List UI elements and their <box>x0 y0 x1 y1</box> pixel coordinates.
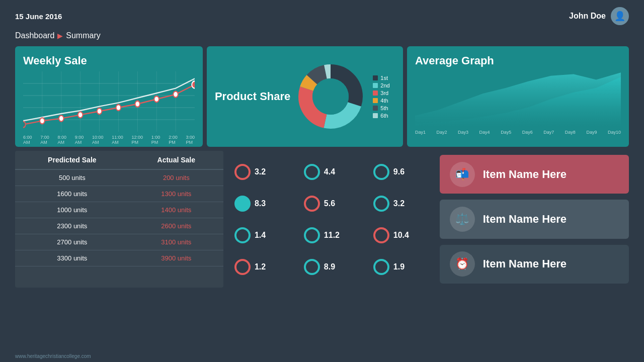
metric-circle <box>373 227 389 243</box>
metric-value: 8.3 <box>255 199 266 208</box>
metric-value: 1.9 <box>393 262 405 272</box>
action-button-1[interactable]: ⚖️ Item Name Here <box>440 200 629 238</box>
metric-value: 3.2 <box>255 167 266 176</box>
user-avatar: 👤 <box>611 7 629 25</box>
metric-item: 4.4 <box>297 156 366 188</box>
metric-item: 5.6 <box>297 188 366 219</box>
header: 15 June 2016 John Doe 👤 <box>0 0 644 29</box>
username: John Doe <box>569 12 606 21</box>
weekly-sale-card: Weekly Sale <box>15 46 203 147</box>
table-row: 1000 units1400 units <box>15 202 223 218</box>
metric-circle <box>304 196 320 212</box>
metric-item: 1.4 <box>227 219 297 251</box>
average-graph-card: Average Graph Day1Day2Day3Day4Day5 Day6D… <box>407 46 629 147</box>
data-row: Predicted Sale Actual Sale 500 units200 … <box>0 147 644 288</box>
breadcrumb-current: Summary <box>66 31 100 40</box>
action-btn-icon: ⚖️ <box>450 207 475 232</box>
metric-circle <box>234 164 251 180</box>
breadcrumb-root[interactable]: Dashboard <box>15 31 54 40</box>
metric-item: 9.6 <box>366 156 436 188</box>
svg-point-21 <box>192 81 195 88</box>
header-user: John Doe 👤 <box>569 7 629 25</box>
table-row: 500 units200 units <box>15 169 223 186</box>
footer: www.heritagechristiancollege.com <box>15 353 91 359</box>
svg-point-28 <box>312 78 349 115</box>
metric-value: 10.4 <box>393 231 409 240</box>
action-btn-label: Item Name Here <box>483 213 567 226</box>
metric-value: 3.2 <box>393 199 405 208</box>
table-row: 3300 units3900 units <box>15 250 223 266</box>
charts-row: Weekly Sale <box>0 46 644 147</box>
sales-table: Predicted Sale Actual Sale 500 units200 … <box>15 151 223 288</box>
product-share-title: Product Share <box>215 90 290 103</box>
action-btn-label: Item Name Here <box>483 168 567 181</box>
svg-point-12 <box>23 122 26 128</box>
metric-value: 9.6 <box>393 167 405 176</box>
average-graph-title: Average Graph <box>415 54 621 67</box>
metric-value: 1.4 <box>255 231 266 240</box>
metric-value: 1.2 <box>255 262 266 272</box>
table-row: 1600 units1300 units <box>15 186 223 202</box>
metric-value: 11.2 <box>324 231 340 240</box>
metric-circle <box>304 227 320 243</box>
metric-circle <box>373 164 389 180</box>
average-graph-labels: Day1Day2Day3Day4Day5 Day6Day7Day8Day9Day… <box>415 130 621 135</box>
metric-item: 8.3 <box>227 188 297 219</box>
table-row: 2700 units3100 units <box>15 234 223 250</box>
metric-circle <box>234 227 251 243</box>
breadcrumb-arrow: ▶ <box>57 32 63 40</box>
metric-item: 3.2 <box>227 156 297 188</box>
action-btn-icon: 📬 <box>450 162 475 187</box>
weekly-sale-chart <box>23 71 195 132</box>
svg-point-17 <box>116 105 121 111</box>
product-share-legend: 1st 2nd 3rd 4th 5th 6th <box>373 75 389 119</box>
metrics-panel: 3.24.49.68.35.63.21.411.210.41.28.91.9 <box>227 151 436 288</box>
svg-point-13 <box>40 118 44 124</box>
svg-point-16 <box>97 109 102 115</box>
donut-chart <box>295 61 366 132</box>
metric-value: 4.4 <box>324 167 335 176</box>
metric-circle <box>373 196 389 212</box>
svg-point-19 <box>154 97 158 103</box>
metric-item: 1.9 <box>366 251 436 283</box>
metric-value: 8.9 <box>324 262 335 272</box>
weekly-sale-title: Weekly Sale <box>23 54 195 67</box>
table-row: 2300 units2600 units <box>15 218 223 234</box>
action-btn-icon: ⏰ <box>450 251 475 277</box>
svg-point-18 <box>135 101 140 107</box>
svg-point-14 <box>59 116 63 122</box>
footer-text: www.heritagechristiancollege.com <box>15 353 91 359</box>
action-button-2[interactable]: ⏰ Item Name Here <box>440 245 629 284</box>
action-panel: 📬 Item Name Here ⚖️ Item Name Here ⏰ Ite… <box>440 151 629 288</box>
metric-circle <box>304 164 320 180</box>
header-date: 15 June 2016 <box>15 12 62 21</box>
metric-item: 11.2 <box>297 219 366 251</box>
breadcrumb: Dashboard ▶ Summary <box>0 29 644 46</box>
svg-point-15 <box>78 112 83 118</box>
weekly-x-labels: 6:00AM7:00AM8:00AM 9:00AM10:00AM11:00AM … <box>23 135 195 145</box>
metric-circle <box>304 259 320 275</box>
action-button-0[interactable]: 📬 Item Name Here <box>440 155 629 194</box>
average-graph-chart <box>415 71 621 127</box>
metric-item: 3.2 <box>366 188 436 219</box>
metric-item: 8.9 <box>297 251 366 283</box>
metric-circle <box>234 196 251 212</box>
action-btn-label: Item Name Here <box>483 257 567 270</box>
metric-circle <box>373 259 389 275</box>
metric-item: 1.2 <box>227 251 297 283</box>
metric-circle <box>234 259 251 275</box>
actual-sale-header: Actual Sale <box>129 151 223 169</box>
metric-item: 10.4 <box>366 219 436 251</box>
metric-value: 5.6 <box>324 199 335 208</box>
svg-point-20 <box>173 92 178 98</box>
product-share-card: Product Share 1st 2nd 3rd 4th 5th 6t <box>207 46 403 147</box>
predicted-sale-header: Predicted Sale <box>15 151 129 169</box>
